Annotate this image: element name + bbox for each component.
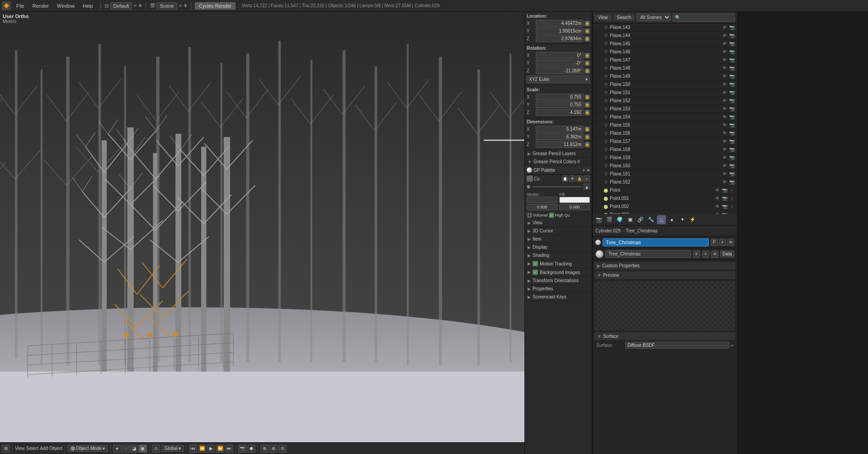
outliner-tab-view[interactable]: View xyxy=(594,14,612,21)
rotation-y-value[interactable]: -0° xyxy=(536,60,584,66)
rotation-mode-dropdown[interactable]: XYZ Euler ▾ xyxy=(527,76,590,83)
bg-images-row[interactable]: ▶ ✓ Background Images xyxy=(525,268,592,277)
properties-row[interactable]: ▶ Properties xyxy=(525,285,592,293)
gp-lock[interactable]: 🔒 xyxy=(576,175,583,182)
plane155-render[interactable]: 📷 xyxy=(729,123,735,128)
props-icon-object[interactable]: ▣ xyxy=(626,215,635,224)
plane156-render[interactable]: 📷 xyxy=(729,131,735,136)
point001-x[interactable]: ✕ xyxy=(729,196,735,201)
draw-type-rendered[interactable]: ◉ xyxy=(139,445,147,453)
material-browse[interactable]: F xyxy=(693,251,700,258)
outliner-scope-selector[interactable]: All Scenes xyxy=(637,14,671,21)
plane155-eye[interactable]: 👁 xyxy=(722,123,728,128)
play-btn[interactable]: ▶ xyxy=(207,445,215,453)
scale-y-value[interactable]: 0.755 xyxy=(536,101,584,108)
snap-toggle[interactable]: ⊙ xyxy=(152,445,160,453)
mode-selector[interactable]: Object Mode ▾ xyxy=(67,445,108,452)
plane160-eye[interactable]: 👁 xyxy=(722,163,728,168)
props-icon-particles[interactable]: ✦ xyxy=(678,215,687,224)
outliner-item-plane154[interactable]: ▽ Plane.154 👁 📷 xyxy=(593,113,737,121)
cursor-panel-row[interactable]: ▶ 3D Cursor xyxy=(525,227,592,235)
outliner-item-plane155[interactable]: ▽ Plane.155 👁 📷 xyxy=(593,121,737,129)
outliner-item-plane156[interactable]: ▽ Plane.156 👁 📷 xyxy=(593,129,737,137)
outliner-item-plane144[interactable]: ▽ Plane.144 👁 📷 xyxy=(593,32,737,40)
surface-header[interactable]: ▼ Surface xyxy=(594,332,735,340)
plane152-eye[interactable]: 👁 xyxy=(722,98,728,103)
plane158-eye[interactable]: 👁 xyxy=(722,147,728,152)
outliner-item-plane150[interactable]: ▽ Plane.150 👁 📷 xyxy=(593,80,737,89)
material-x[interactable]: ✕ xyxy=(711,251,718,258)
scale-y-lock[interactable]: 🔒 xyxy=(585,102,590,108)
plane144-render[interactable]: 📷 xyxy=(729,33,735,38)
menu-file[interactable]: File xyxy=(13,2,28,9)
gp-palette-item[interactable]: Co 📋 👁 🔒 • xyxy=(525,175,592,183)
item-panel-row[interactable]: ▶ Item xyxy=(525,235,592,243)
plane152-render[interactable]: 📷 xyxy=(729,98,735,103)
scale-x-value[interactable]: 0.755 xyxy=(536,94,584,100)
rotation-x-lock[interactable]: 🔒 xyxy=(585,53,590,58)
high-quality-toggle[interactable]: ✓ High Qu xyxy=(549,213,570,218)
location-x-lock[interactable]: 🔒 xyxy=(585,21,590,26)
plane153-render[interactable]: 📷 xyxy=(729,106,735,111)
outliner-item-plane151[interactable]: ▽ Plane.151 👁 📷 xyxy=(593,89,737,97)
extra-btn1[interactable]: ⊕ xyxy=(260,445,269,453)
outliner-item-plane148[interactable]: ▽ Plane.148 👁 📷 xyxy=(593,64,737,72)
point-eye[interactable]: 👁 xyxy=(714,188,721,193)
plane159-render[interactable]: 📷 xyxy=(729,155,735,160)
point002-render[interactable]: 📷 xyxy=(722,204,728,209)
material-add[interactable]: + xyxy=(702,251,709,258)
plane145-render[interactable]: 📷 xyxy=(729,41,735,46)
menu-help[interactable]: Help xyxy=(79,2,97,9)
point001-eye[interactable]: 👁 xyxy=(714,196,721,201)
plane154-render[interactable]: 📷 xyxy=(729,114,735,119)
gp-scroll-up[interactable]: ▲ xyxy=(584,184,590,190)
outliner-item-plane143[interactable]: ▽ Plane.143 👁 📷 xyxy=(593,24,737,32)
scene-selector[interactable]: Scene xyxy=(156,2,177,9)
plane154-eye[interactable]: 👁 xyxy=(722,114,728,119)
point001-render[interactable]: 📷 xyxy=(722,196,728,201)
custom-properties-header[interactable]: ▶ Custom Properties xyxy=(594,262,735,270)
transform-row[interactable]: ▶ Transform Orientations xyxy=(525,277,592,285)
plane162-eye[interactable]: 👁 xyxy=(722,180,728,184)
dim-y-lock[interactable]: 🔒 xyxy=(585,134,590,140)
surface-shader-value[interactable]: Diffuse BSDF xyxy=(625,342,729,349)
location-y-value[interactable]: 1.90015cm xyxy=(536,28,584,34)
plane146-render[interactable]: 📷 xyxy=(729,49,735,54)
props-icon-physics[interactable]: ⚡ xyxy=(688,215,697,224)
scale-z-value[interactable]: 4.192 xyxy=(536,109,584,116)
props-icon-constraints[interactable]: 🔗 xyxy=(636,215,645,224)
plane150-eye[interactable]: 👁 xyxy=(722,82,728,87)
high-quality-checkbox[interactable]: ✓ xyxy=(549,213,554,218)
plane150-render[interactable]: 📷 xyxy=(729,82,735,87)
motion-tracking-checkbox[interactable]: ✓ xyxy=(533,261,538,266)
props-icon-world[interactable]: 🌍 xyxy=(615,215,624,224)
name-fake-user[interactable]: F xyxy=(711,239,718,246)
material-name-field[interactable]: Tree_Christmas xyxy=(605,250,691,258)
dim-x-value[interactable]: 5.147m xyxy=(536,126,584,132)
object-name-field[interactable]: Tree_Christmas xyxy=(603,238,709,246)
outliner-item-point001[interactable]: ⬤ Point.001 👁 📷 ✕ xyxy=(593,194,737,203)
plane147-eye[interactable]: 👁 xyxy=(722,57,728,62)
outliner-item-plane145[interactable]: ▽ Plane.145 👁 📷 xyxy=(593,40,737,48)
props-icon-material[interactable]: ● xyxy=(667,215,676,224)
menu-render[interactable]: Render xyxy=(29,2,52,9)
plane156-eye[interactable]: 👁 xyxy=(722,131,728,136)
plane149-render[interactable]: 📷 xyxy=(729,74,735,79)
volumetric-checkbox[interactable]: ☐ xyxy=(527,213,532,218)
outliner-item-point[interactable]: ⬤ Point 👁 📷 ✕ xyxy=(593,186,737,194)
stroke-color-rect[interactable] xyxy=(527,197,557,203)
dim-z-value[interactable]: 11.612m xyxy=(536,141,584,148)
fill-opacity-value[interactable]: 0.000 xyxy=(559,204,590,210)
plane157-render[interactable]: 📷 xyxy=(729,139,735,144)
outliner-item-plane146[interactable]: ▽ Plane.146 👁 📷 xyxy=(593,48,737,56)
rotation-y-lock[interactable]: 🔒 xyxy=(585,61,590,66)
outliner-item-plane147[interactable]: ▽ Plane.147 👁 📷 xyxy=(593,56,737,64)
plane162-render[interactable]: 📷 xyxy=(729,180,735,184)
layout-selector[interactable]: Default xyxy=(110,2,132,9)
object-menu[interactable]: Object xyxy=(49,446,62,451)
dim-y-value[interactable]: 6.362m xyxy=(536,133,584,140)
props-icon-render[interactable]: 📷 xyxy=(594,215,604,224)
outliner-tab-search[interactable]: Search xyxy=(613,14,635,21)
plane151-render[interactable]: 📷 xyxy=(729,90,735,95)
location-x-value[interactable]: 4.45472m xyxy=(536,20,584,27)
